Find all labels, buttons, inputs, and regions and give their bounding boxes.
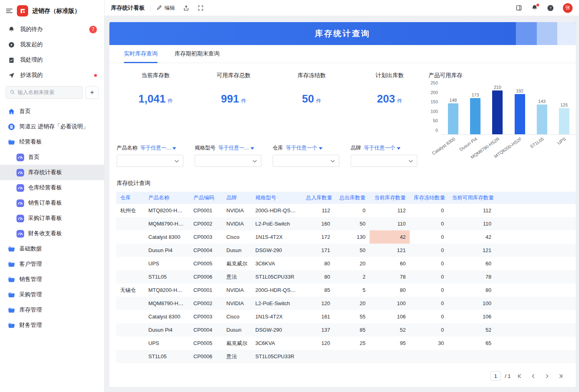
table-cell: 0 [410, 323, 448, 337]
table-cell: 3C6KVA [251, 257, 302, 270]
gauge-icon [16, 184, 24, 192]
table-cell-filler [495, 310, 576, 323]
sidebar-dashboard-item-1[interactable]: 库存统计看板 [0, 165, 104, 180]
app-title: 进销存（标准版） [32, 7, 80, 15]
gauge-icon [16, 215, 24, 222]
sidebar-quick-item-1[interactable]: 我发起的 [0, 37, 104, 52]
table-cell-filler [495, 257, 576, 270]
sidebar-dashboard-item-4[interactable]: 采购订单看板 [0, 211, 104, 226]
table-cell: MTQ8200-HS2F [144, 283, 189, 297]
table-cell [116, 350, 144, 363]
page-number-input[interactable]: 1 [491, 371, 501, 381]
home-icon [7, 108, 15, 115]
filter-head: 仓库等于任意一个 [273, 144, 339, 152]
table-cell: 95 [370, 337, 410, 350]
table-cell: CP0003 [189, 230, 222, 244]
table-body: 杭州仓MTQ8200-HS2FCP0001NVIDIA200G-HDR-QSFP… [116, 204, 576, 363]
filter-value-select[interactable] [117, 155, 183, 167]
table-cell: 85 [334, 323, 370, 337]
table-cell: Cisco [222, 230, 251, 244]
help-icon[interactable]: ? [547, 4, 554, 12]
table-cell: 110 [370, 217, 410, 230]
notifications-bell-icon[interactable] [531, 4, 538, 11]
table-cell: MQM8790-HS2R [144, 297, 189, 310]
nav-item-label: 简道云 进销存「必看说明」 [19, 123, 88, 130]
table-cell-filler [495, 204, 576, 217]
pagination: 1 / 1 [109, 365, 576, 387]
filter-value-select[interactable] [273, 155, 339, 167]
sidebar-folder-item-5[interactable]: 财务管理 [0, 318, 104, 333]
export-icon[interactable] [183, 5, 189, 11]
table-cell: CP0003 [189, 310, 222, 323]
nav-item-label: 库存统计看板 [28, 169, 62, 176]
table-cell: Catalyst 8300 [144, 230, 189, 244]
first-page-icon[interactable] [515, 371, 524, 381]
filter-value-select[interactable] [351, 155, 417, 167]
sidebar-folder-item-3[interactable]: 采购管理 [0, 287, 104, 302]
panel-toggle-icon[interactable] [515, 4, 522, 11]
todo-count-badge: 7 [89, 26, 97, 33]
filter-value-select[interactable] [195, 155, 261, 167]
search-placeholder: 输入名称来搜索 [18, 89, 54, 96]
table-cell: 106 [370, 310, 410, 323]
menu-toggle-icon[interactable] [6, 7, 13, 14]
tab-0[interactable]: 实时库存查询 [124, 45, 158, 63]
sidebar-quick-item-0[interactable]: 我的待办7 [0, 22, 104, 37]
table-cell: ST1L05CPU33R [251, 350, 302, 363]
sidebar-header: 进销存（标准版） [0, 0, 104, 22]
table-cell: 0 [334, 204, 370, 217]
table-cell: 80 [302, 257, 334, 270]
filter-operator-dropdown[interactable]: 等于任意一个 [286, 144, 322, 152]
table-cell: 2 [334, 270, 370, 283]
edit-button[interactable]: 编辑 [156, 4, 175, 12]
sidebar-dashboard-item-0[interactable]: 首页 [0, 150, 104, 165]
table-row-10: UPSCP0005戴克威尔3C6KVA12025953065 [116, 337, 576, 350]
table-cell: NVIDIA [222, 297, 251, 310]
sidebar-item-home[interactable]: 首页 [0, 104, 104, 119]
app-root: 进销存（标准版） 我的待办7我发起的我处理的抄送我的 输入名称来搜索 + 首页简… [0, 0, 579, 392]
sidebar-folder-dashboards[interactable]: 经营看板 [0, 134, 104, 150]
sidebar-folder-item-0[interactable]: 基础数据 [0, 241, 104, 257]
sidebar-dashboard-item-5[interactable]: 财务收支看板 [0, 226, 104, 241]
sidebar-folder-item-2[interactable]: 销售管理 [0, 272, 104, 287]
table-cell [334, 350, 370, 363]
user-avatar[interactable]: 张 [563, 3, 573, 13]
table-row-3: Dusun Pi4CP0004DusunDSGW-290171501210121 [116, 244, 576, 257]
prev-page-icon[interactable] [528, 371, 538, 381]
table-cell: 120 [302, 337, 334, 350]
fullscreen-icon[interactable] [197, 5, 204, 11]
sidebar: 进销存（标准版） 我的待办7我发起的我处理的抄送我的 输入名称来搜索 + 首页简… [0, 0, 105, 392]
tab-1[interactable]: 库存期初期末查询 [175, 45, 220, 63]
filter-head: 品牌等于任意一个 [351, 144, 417, 152]
table-cell: 1N1S-4T2X [251, 230, 302, 244]
stat-value: 991件 [195, 93, 273, 105]
table-cell: ST1L05CPU33R [251, 270, 302, 283]
sidebar-folder-item-1[interactable]: 客户管理 [0, 257, 104, 272]
quick-item-label: 我的待办 [20, 26, 43, 33]
next-page-icon[interactable] [542, 371, 552, 381]
sidebar-quick-item-2[interactable]: 我处理的 [0, 52, 104, 68]
stat-label: 计划出库数 [351, 72, 429, 79]
filter-operator-dropdown[interactable]: 等于任意一个 [364, 144, 400, 152]
search-input[interactable]: 输入名称来搜索 [6, 86, 82, 99]
chart-bar-4: 143ST1L05 [532, 82, 552, 134]
sidebar-quick-item-3[interactable]: 抄送我的 [0, 68, 104, 83]
table-cell [116, 310, 144, 323]
table-wrap: 仓库产品名称产品编码品牌规格型号总入库数量总出库数量当前库存数量库存冻结数量当前… [109, 192, 576, 365]
last-page-icon[interactable] [556, 371, 565, 381]
sidebar-dashboard-item-3[interactable]: 销售订单看板 [0, 195, 104, 211]
table-row-2: Catalyst 8300CP0003Cisco1N1S-4T2X1721304… [116, 230, 576, 244]
table-cell: 52 [370, 323, 410, 337]
table-cell: 60 [448, 257, 495, 270]
sidebar-dashboard-item-2[interactable]: 仓库经营看板 [0, 180, 104, 195]
table-cell: MTQ8200-HS2F [144, 204, 189, 217]
filter-operator-dropdown[interactable]: 等于任意一... [218, 144, 254, 152]
sidebar-folder-item-4[interactable]: 库存管理 [0, 302, 104, 318]
bar [470, 98, 480, 134]
sidebar-item-guide[interactable]: 简道云 进销存「必看说明」 [0, 119, 104, 134]
tabs: 实时库存查询库存期初期末查询 [109, 45, 576, 63]
add-app-button[interactable]: + [86, 86, 99, 99]
gauge-icon [16, 154, 24, 161]
filter-operator-dropdown[interactable]: 等于任意一... [140, 144, 176, 152]
table-cell: CP0006 [189, 350, 222, 363]
